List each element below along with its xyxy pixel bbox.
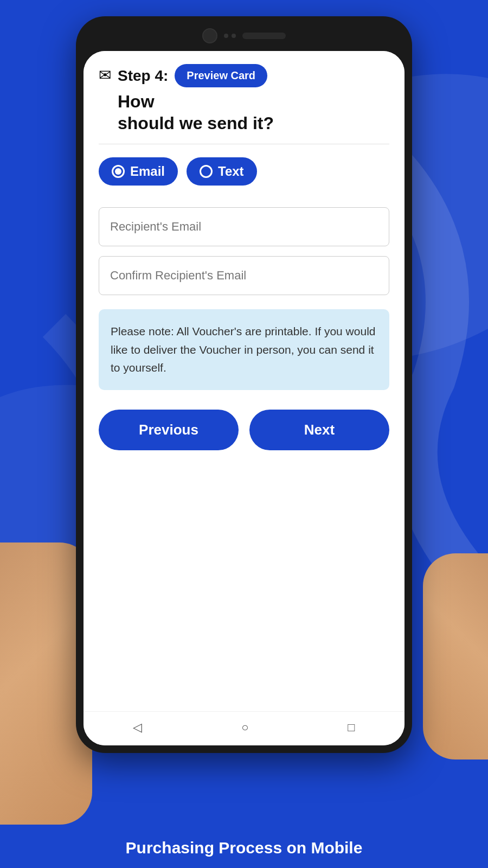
phone-frame: ✉ Step 4: Preview Card How should we sen… — [76, 16, 412, 753]
email-radio-circle — [112, 165, 125, 178]
back-nav-icon[interactable]: ◁ — [133, 720, 142, 735]
email-option[interactable]: Email — [99, 157, 178, 186]
step-line: Step 4: Preview Card — [118, 64, 389, 87]
phone-top-bar — [84, 26, 404, 46]
preview-card-button[interactable]: Preview Card — [175, 64, 267, 87]
recents-nav-icon[interactable]: □ — [348, 720, 355, 735]
next-button[interactable]: Next — [249, 410, 389, 450]
step-title-block: Step 4: Preview Card How should we send … — [118, 64, 389, 134]
text-option-label: Text — [218, 164, 244, 179]
bottom-banner-text: Purchasing Process on Mobile — [126, 839, 363, 857]
front-camera — [202, 28, 217, 43]
phone-sensors — [224, 34, 236, 38]
divider-top — [99, 144, 389, 144]
recipient-email-input[interactable] — [99, 207, 389, 246]
phone-screen: ✉ Step 4: Preview Card How should we sen… — [84, 51, 404, 745]
envelope-icon: ✉ — [99, 66, 111, 84]
screen-content: ✉ Step 4: Preview Card How should we sen… — [84, 51, 404, 711]
delivery-options-row: Email Text — [99, 157, 389, 186]
previous-button[interactable]: Previous — [99, 410, 239, 450]
bottom-banner: Purchasing Process on Mobile — [0, 828, 488, 868]
note-box: Please note: All Voucher's are printable… — [99, 309, 389, 390]
input-section: Please note: All Voucher's are printable… — [99, 207, 389, 390]
phone-bottom-nav: ◁ ○ □ — [84, 711, 404, 745]
phone-speaker — [242, 33, 286, 39]
note-text: Please note: All Voucher's are printable… — [111, 322, 377, 377]
confirm-email-input[interactable] — [99, 256, 389, 295]
home-nav-icon[interactable]: ○ — [241, 720, 248, 735]
step-header: ✉ Step 4: Preview Card How should we sen… — [99, 64, 389, 134]
text-option[interactable]: Text — [187, 157, 257, 186]
text-radio-circle — [200, 165, 213, 178]
email-option-label: Email — [130, 164, 165, 179]
step-label: Step 4: — [118, 67, 168, 85]
step-question: How should we send it? — [118, 91, 389, 134]
navigation-buttons: Previous Next — [99, 410, 389, 450]
